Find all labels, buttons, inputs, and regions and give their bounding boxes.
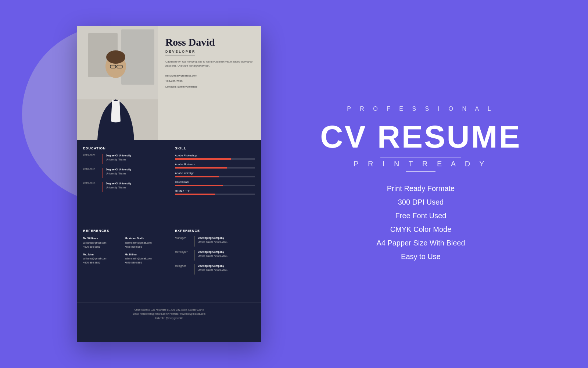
resume-name: Ross David [165, 37, 254, 48]
product-tagline-divider [406, 171, 435, 172]
ref-militor: Mr. Militor adamsmith@gmail.com+876 886 … [125, 252, 163, 265]
skill-indesign: Adobe Indesign [175, 171, 255, 177]
footer-linkedin: LinkedIn: @reallygreatsite [82, 316, 257, 321]
skills-title: SKILL [175, 146, 255, 150]
education-section: EDUCATION 2019-2020 Degree Of Univercity… [77, 140, 169, 222]
edu-content-1: Degree Of Univercity Univercity / Name [106, 154, 131, 164]
features-list: Print Ready Formate 300 DPI Used Free Fo… [298, 183, 544, 262]
education-title: EDUCATION [83, 146, 163, 150]
resume-preview-area: Ross David DEVELOPER Capitalize on low h… [29, 15, 279, 353]
edu-divider-1 [103, 154, 103, 164]
product-title: CV RESUME [320, 121, 521, 152]
resume-email: hello@reallygreatsite.com [165, 73, 254, 78]
product-tagline: P R I N T R E A D Y [354, 160, 488, 168]
product-divider-bottom [380, 157, 461, 158]
edu-item-2: 2018-2019 Degree Of Univercity Univercit… [83, 168, 163, 178]
skill-illustrator: Adobe Illustrator [175, 163, 255, 169]
resume-card: Ross David DEVELOPER Capitalize on low h… [77, 26, 261, 342]
resume-job-title: DEVELOPER [165, 50, 254, 53]
resume-bio: Capitalize on low hanging fruit to ident… [165, 60, 254, 68]
exp-manager: Manager Developing Company United States… [175, 236, 255, 247]
references-grid: Mr. Williams williams@gmail.com+876 886 … [83, 236, 163, 265]
edu-year-2: 2018-2019 [83, 168, 100, 178]
product-info: P R O F E S S I O N A L CV RESUME P R I … [283, 91, 559, 277]
edu-item-1: 2019-2020 Degree Of Univercity Univercit… [83, 154, 163, 164]
resume-phone: 123-456-7890 [165, 78, 254, 84]
edu-year-3: 2015-2018 [83, 182, 100, 192]
footer-address: Office Address: 123 Anywhere St., Any Ci… [82, 308, 257, 312]
skill-photoshop: Adobe Photoshop [175, 154, 255, 160]
edu-year-1: 2019-2020 [83, 154, 100, 164]
references-title: REFERENCES [83, 229, 163, 233]
feature-5: A4 Papper Size With Bleed [298, 237, 544, 249]
feature-3: Free Font Used [298, 210, 544, 222]
product-divider-top [380, 116, 461, 116]
resume-contact: hello@reallygreatsite.com 123-456-7890 L… [165, 73, 254, 89]
svg-point-8 [106, 50, 125, 64]
svg-rect-3 [121, 29, 154, 85]
references-section: REFERENCES Mr. Williams williams@gmail.c… [77, 222, 169, 302]
resume-top: Ross David DEVELOPER Capitalize on low h… [77, 26, 261, 140]
exp-designer: Designor Developing Company United State… [175, 264, 255, 275]
exp-developer: Developer Developing Company United Stat… [175, 250, 255, 261]
ref-williams: Mr. Williams williams@gmail.com+876 886 … [83, 236, 121, 249]
edu-content-2: Degree Of Univercity Univercity / Name [106, 168, 131, 178]
product-subtitle: P R O F E S S I O N A L [347, 106, 494, 112]
feature-4: CMYK Color Mode [298, 224, 544, 235]
feature-1: Print Ready Formate [298, 183, 544, 194]
edu-item-3: 2015-2018 Degree Of Univercity Univercit… [83, 182, 163, 192]
ref-adam: Mr. Adam Smith adamsmith@gmail.com+876 8… [125, 236, 163, 249]
resume-linkedin: LinkedIn: @reallygreatsite [165, 84, 254, 89]
skills-section: SKILL Adobe Photoshop Adobe Illustrator [169, 140, 261, 222]
footer-email: Email: hello@reallygreatsite.com \ Portf… [82, 312, 257, 316]
edu-content-3: Degree Of Univercity Univercity / Name [106, 182, 131, 192]
edu-divider-2 [103, 168, 103, 178]
resume-bottom: EDUCATION 2019-2020 Degree Of Univercity… [77, 140, 261, 342]
ref-john: Mr. John williams@gmail.com+876 886 8886 [83, 252, 121, 265]
experience-title: EXPERIENCE [175, 229, 255, 233]
main-container: Ross David DEVELOPER Capitalize on low h… [7, 7, 581, 361]
experience-section: EXPERIENCE Manager Developing Company Un… [169, 222, 261, 302]
feature-2: 300 DPI Used [298, 197, 544, 208]
feature-6: Easy to Use [298, 251, 544, 262]
skill-html: HTML / PHP [175, 189, 255, 195]
resume-footer: Office Address: 123 Anywhere St., Any Ci… [77, 303, 261, 342]
resume-photo [77, 26, 158, 140]
skill-coreldraw: Corel Draw [175, 180, 255, 186]
edu-divider-3 [103, 182, 103, 192]
resume-name-divider [165, 56, 195, 56]
resume-info: Ross David DEVELOPER Capitalize on low h… [158, 26, 261, 97]
